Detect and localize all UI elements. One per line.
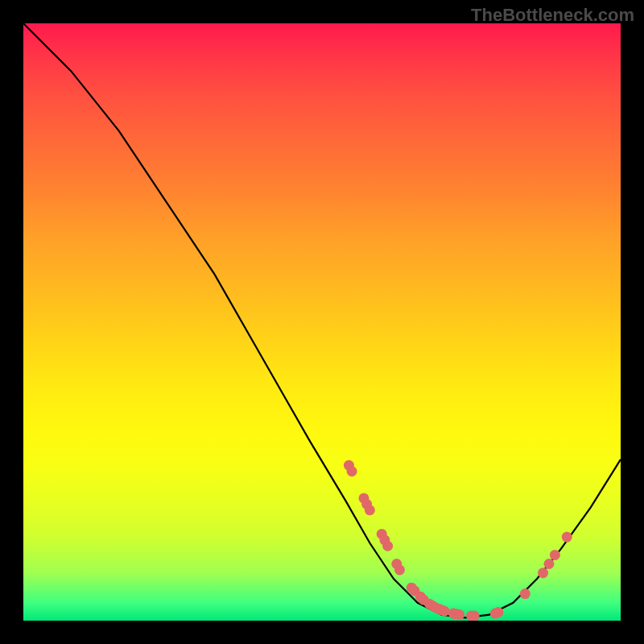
- data-point: [550, 550, 560, 560]
- curve-group: [23, 23, 621, 617]
- data-point: [543, 559, 554, 569]
- data-point: [562, 532, 572, 543]
- data-point: [520, 588, 530, 599]
- data-point: [538, 568, 548, 578]
- watermark-text: TheBottleneck.com: [471, 5, 634, 26]
- data-point: [394, 564, 405, 575]
- data-points-group: [344, 460, 572, 621]
- chart-svg: [23, 23, 621, 621]
- data-point: [493, 607, 503, 617]
- data-point: [469, 611, 480, 621]
- chart-area: [23, 23, 621, 621]
- data-point: [440, 606, 450, 617]
- data-point: [382, 541, 393, 551]
- data-point: [347, 466, 357, 477]
- bottleneck-curve: [23, 23, 621, 617]
- data-point: [365, 505, 375, 515]
- data-point: [454, 609, 464, 620]
